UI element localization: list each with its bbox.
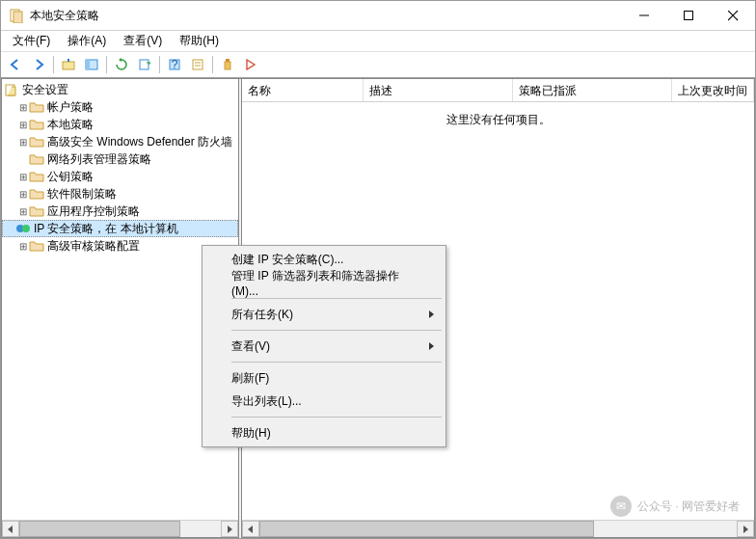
scroll-thumb[interactable]	[259, 521, 594, 537]
empty-message: 这里没有任何项目。	[242, 102, 754, 138]
tree-label: 本地策略	[47, 117, 94, 133]
svg-rect-1	[14, 12, 22, 23]
svg-rect-16	[225, 62, 230, 69]
scroll-left-button[interactable]	[242, 521, 259, 537]
ctx-export[interactable]: 导出列表(L)...	[204, 390, 444, 413]
expander-icon[interactable]: ⊞	[17, 189, 29, 200]
tree-item-software[interactable]: ⊞软件限制策略	[2, 185, 238, 202]
column-lastmod[interactable]: 上次更改时间	[672, 79, 754, 101]
context-menu: 创建 IP 安全策略(C)... 管理 IP 筛选器列表和筛选器操作(M)...…	[202, 245, 446, 447]
window: 本地安全策略 文件(F) 操作(A) 查看(V) 帮助(H) ?	[0, 0, 756, 539]
menubar: 文件(F) 操作(A) 查看(V) 帮助(H)	[1, 30, 755, 51]
separator	[53, 56, 54, 73]
tree-item-ipsec[interactable]: IP 安全策略，在 本地计算机	[2, 220, 238, 237]
expander-icon[interactable]: ⊞	[17, 137, 29, 148]
separator	[231, 417, 442, 418]
export-button[interactable]	[134, 54, 155, 75]
folder-icon	[29, 203, 44, 219]
folder-icon	[29, 169, 44, 184]
watermark-text: 公众号 · 网管爱好者	[637, 499, 740, 515]
tree-label: 帐户策略	[47, 99, 94, 116]
separator	[106, 56, 107, 73]
titlebar: 本地安全策略	[1, 1, 755, 30]
security-icon	[4, 82, 19, 97]
scroll-track[interactable]	[259, 521, 737, 537]
help-button[interactable]: ?	[164, 54, 185, 75]
column-headers: 名称 描述 策略已指派 上次更改时间	[242, 79, 754, 102]
ctx-all-tasks[interactable]: 所有任务(K)	[204, 303, 444, 326]
folder-icon	[29, 186, 44, 202]
window-title: 本地安全策略	[30, 8, 622, 24]
tree-label: 高级审核策略配置	[47, 238, 140, 255]
svg-point-19	[22, 225, 30, 232]
tree-label: 软件限制策略	[47, 186, 117, 202]
separator	[212, 56, 213, 73]
ctx-refresh[interactable]: 刷新(F)	[204, 366, 444, 390]
menu-action[interactable]: 操作(A)	[60, 31, 114, 51]
expander-icon[interactable]: ⊞	[17, 206, 29, 217]
menu-view[interactable]: 查看(V)	[116, 31, 170, 51]
expander-icon[interactable]: ⊞	[17, 120, 29, 130]
scroll-right-button[interactable]	[221, 521, 238, 537]
svg-text:?: ?	[172, 58, 178, 71]
expander-icon[interactable]: ⊞	[17, 241, 29, 252]
tree-label: 应用程序控制策略	[47, 203, 140, 220]
tree-item-local[interactable]: ⊞本地策略	[2, 116, 238, 133]
folder-icon	[29, 134, 44, 149]
folder-icon	[29, 99, 44, 115]
back-button[interactable]	[5, 54, 26, 75]
tree-label: 高级安全 Windows Defender 防火墙	[47, 134, 232, 150]
action-button[interactable]	[240, 54, 261, 75]
filter-button[interactable]	[217, 54, 238, 75]
app-icon	[9, 8, 24, 23]
tree-item-defender[interactable]: ⊞高级安全 Windows Defender 防火墙	[2, 133, 238, 150]
expander-icon[interactable]: ⊞	[17, 172, 29, 182]
ctx-help[interactable]: 帮助(H)	[204, 421, 444, 445]
column-desc[interactable]: 描述	[364, 79, 513, 101]
menu-file[interactable]: 文件(F)	[5, 31, 58, 51]
separator	[231, 362, 442, 363]
svg-rect-6	[63, 62, 74, 69]
maximize-button[interactable]	[666, 1, 711, 30]
ipsec-icon	[15, 221, 31, 236]
folder-icon	[29, 117, 44, 132]
ctx-view[interactable]: 查看(V)	[204, 335, 444, 358]
tree-hscroll[interactable]	[2, 520, 238, 537]
ctx-manage-filters[interactable]: 管理 IP 筛选器列表和筛选器操作(M)...	[204, 271, 444, 294]
folder-icon	[29, 238, 44, 254]
folder-icon	[29, 151, 44, 167]
refresh-button[interactable]	[111, 54, 132, 75]
svg-rect-8	[86, 60, 90, 69]
tree-label: IP 安全策略，在 本地计算机	[34, 221, 178, 237]
column-name[interactable]: 名称	[242, 79, 364, 101]
expander-icon[interactable]: ⊞	[17, 102, 29, 113]
svg-rect-9	[140, 60, 148, 69]
tree-label: 公钥策略	[47, 169, 94, 185]
wechat-icon: ✉	[610, 496, 632, 517]
separator	[159, 56, 160, 73]
scroll-right-button[interactable]	[737, 521, 754, 537]
separator	[231, 298, 442, 299]
tree-item-appcontrol[interactable]: ⊞应用程序控制策略	[2, 202, 238, 220]
tree-root[interactable]: 安全设置	[2, 81, 238, 98]
minimize-button[interactable]	[622, 1, 666, 30]
tree-item-pubkey[interactable]: ⊞公钥策略	[2, 168, 238, 185]
toolbar: ?	[1, 51, 755, 78]
properties-button[interactable]	[187, 54, 208, 75]
close-button[interactable]	[711, 1, 755, 30]
scroll-left-button[interactable]	[2, 521, 19, 537]
up-button[interactable]	[58, 54, 79, 75]
menu-help[interactable]: 帮助(H)	[172, 31, 227, 51]
list-hscroll[interactable]	[242, 520, 754, 537]
svg-rect-3	[685, 12, 693, 20]
tree-item-network[interactable]: 网络列表管理器策略	[2, 150, 238, 168]
show-hide-tree-button[interactable]	[81, 54, 102, 75]
column-assigned[interactable]: 策略已指派	[513, 79, 672, 101]
tree-item-account[interactable]: ⊞帐户策略	[2, 98, 238, 116]
tree-label: 网络列表管理器策略	[47, 151, 151, 168]
scroll-thumb[interactable]	[19, 521, 180, 537]
svg-rect-12	[193, 60, 202, 69]
scroll-track[interactable]	[19, 521, 221, 537]
window-controls	[622, 1, 755, 30]
forward-button[interactable]	[28, 54, 49, 75]
